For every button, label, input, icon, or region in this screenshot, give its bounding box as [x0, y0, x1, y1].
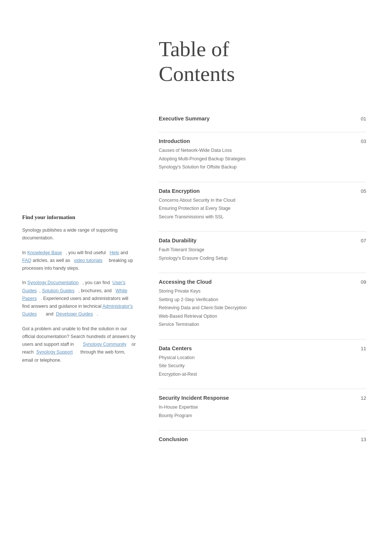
find-info-title: Find your information: [22, 214, 137, 221]
find-info-body: Synology publishes a wide range of suppo…: [22, 226, 137, 364]
sidebar-para-3: In Synology Documentation , you can find…: [22, 279, 137, 318]
toc-section-data-durability: Data Durability 07 Fault-Tolerant Storag…: [159, 238, 366, 262]
toc-sub-entry: Site Security: [159, 362, 366, 370]
left-column: Find your information Synology publishes…: [0, 0, 144, 556]
toc-sub-entry: Service Termination: [159, 320, 366, 329]
toc-sub-entry: Retrieving Data and Client-Side Decrypti…: [159, 304, 366, 312]
toc-section-title: Executive Summary: [159, 116, 210, 122]
toc-page-num: 01: [361, 116, 366, 122]
toc-page-num: 07: [361, 238, 366, 243]
faq-link[interactable]: FAQ: [22, 258, 31, 263]
toc-entries: Executive Summary 01 Introduction 03 Cau…: [159, 116, 366, 442]
toc-section-data-encryption: Data Encryption 05 Concerns About Securi…: [159, 188, 366, 221]
toc-title: Table of Contents: [159, 37, 366, 86]
toc-entry-accessing-the-cloud: Accessing the Cloud 09: [159, 279, 366, 285]
find-info-section: Find your information Synology publishes…: [22, 214, 137, 371]
video-tutorials-link[interactable]: video tutorials: [74, 258, 102, 263]
synology-support-link[interactable]: Synology Support: [36, 349, 73, 355]
toc-sub-entries-data-durability: Fault-Tolerant Storage Synology's Erasur…: [159, 246, 366, 262]
toc-divider: [159, 273, 366, 273]
developer-guides-link[interactable]: Developer Guides: [56, 311, 93, 317]
knowledge-base-link[interactable]: Knowledge Base: [27, 250, 62, 255]
toc-section-title: Security Incident Response: [159, 395, 229, 401]
toc-section-title: Accessing the Cloud: [159, 279, 212, 285]
toc-sub-entries-data-encryption: Concerns About Security in the Cloud Ens…: [159, 196, 366, 221]
toc-entry-data-centers: Data Centers 11: [159, 345, 366, 351]
toc-page-num: 09: [361, 279, 366, 285]
toc-sub-entry: Causes of Network-Wide Data Loss: [159, 146, 366, 155]
toc-divider: [159, 430, 366, 430]
toc-divider: [159, 182, 366, 182]
toc-sub-entries-introduction: Causes of Network-Wide Data Loss Adoptin…: [159, 146, 366, 171]
synology-community-link[interactable]: Synology Community: [83, 342, 126, 347]
toc-sub-entry: Physical Location: [159, 354, 366, 362]
solution-guides-link[interactable]: Solution Guides: [42, 288, 75, 293]
toc-section-security-incident-response: Security Incident Response 12 In-House E…: [159, 395, 366, 420]
toc-title-line1: Table of: [159, 37, 229, 61]
white-papers-link[interactable]: White Papers: [22, 288, 127, 301]
toc-section-executive-summary: Executive Summary 01: [159, 116, 366, 122]
toc-section-title: Data Encryption: [159, 188, 200, 194]
toc-title-line2: Contents: [159, 62, 235, 86]
toc-sub-entry: Web-Based Retrieval Option: [159, 312, 366, 321]
toc-entry-conclusion: Conclusion 13: [159, 436, 366, 442]
toc-sub-entry: Bounty Program: [159, 412, 366, 420]
toc-divider: [159, 389, 366, 389]
toc-sub-entry: Synology's Solution for Offsite Backup: [159, 163, 366, 171]
toc-page-num: 05: [361, 188, 366, 194]
toc-sub-entry: Adopting Multi-Pronged Backup Strategies: [159, 155, 366, 163]
toc-sub-entry: Concerns About Security in the Cloud: [159, 196, 366, 205]
toc-sub-entries-accessing-the-cloud: Storing Private Keys Setting up 2-Step V…: [159, 287, 366, 329]
toc-page-num: 03: [361, 139, 366, 144]
toc-section-accessing-the-cloud: Accessing the Cloud 09 Storing Private K…: [159, 279, 366, 329]
toc-sub-entry: Synology's Erasure Coding Setup: [159, 254, 366, 263]
toc-sub-entry: Ensuring Protection at Every Stage: [159, 204, 366, 213]
toc-section-title: Conclusion: [159, 436, 188, 442]
toc-section-title: Data Durability: [159, 238, 196, 243]
toc-sub-entry: Setting up 2-Step Verification: [159, 296, 366, 304]
toc-section-introduction: Introduction 03 Causes of Network-Wide D…: [159, 138, 366, 171]
toc-divider: [159, 231, 366, 232]
right-column: Table of Contents Executive Summary 01 I…: [144, 0, 392, 556]
toc-entry-executive-summary: Executive Summary 01: [159, 116, 366, 122]
toc-sub-entries-security-incident-response: In-House Expertise Bounty Program: [159, 403, 366, 420]
toc-entry-data-durability: Data Durability 07: [159, 238, 366, 243]
toc-page-num: 11: [361, 346, 366, 351]
toc-divider: [159, 132, 366, 132]
sidebar-para-1: Synology publishes a wide range of suppo…: [22, 226, 137, 242]
toc-sub-entry: Fault-Tolerant Storage: [159, 246, 366, 254]
toc-divider: [159, 339, 366, 340]
toc-section-title: Introduction: [159, 138, 190, 144]
toc-section-title: Data Centers: [159, 345, 192, 351]
toc-section-conclusion: Conclusion 13: [159, 436, 366, 442]
toc-page-num: 13: [361, 437, 366, 442]
toc-entry-security-incident-response: Security Incident Response 12: [159, 395, 366, 401]
toc-sub-entry: Storing Private Keys: [159, 287, 366, 296]
toc-sub-entry: Encryption-at-Rest: [159, 370, 366, 379]
toc-entry-data-encryption: Data Encryption 05: [159, 188, 366, 194]
toc-section-data-centers: Data Centers 11 Physical Location Site S…: [159, 345, 366, 379]
sidebar-para-4: Got a problem and unable to find the sol…: [22, 325, 137, 364]
toc-page-num: 12: [361, 395, 366, 401]
help-link[interactable]: Help: [110, 250, 119, 255]
page-container: Find your information Synology publishes…: [0, 0, 392, 556]
sidebar-para-2: In Knowledge Base , you will find useful…: [22, 249, 137, 273]
toc-sub-entries-data-centers: Physical Location Site Security Encrypti…: [159, 354, 366, 379]
toc-sub-entry: Secure Transmissions with SSL: [159, 213, 366, 221]
synology-documentation-link[interactable]: Synology Documentation: [27, 280, 79, 285]
toc-sub-entry: In-House Expertise: [159, 403, 366, 412]
toc-entry-introduction: Introduction 03: [159, 138, 366, 144]
